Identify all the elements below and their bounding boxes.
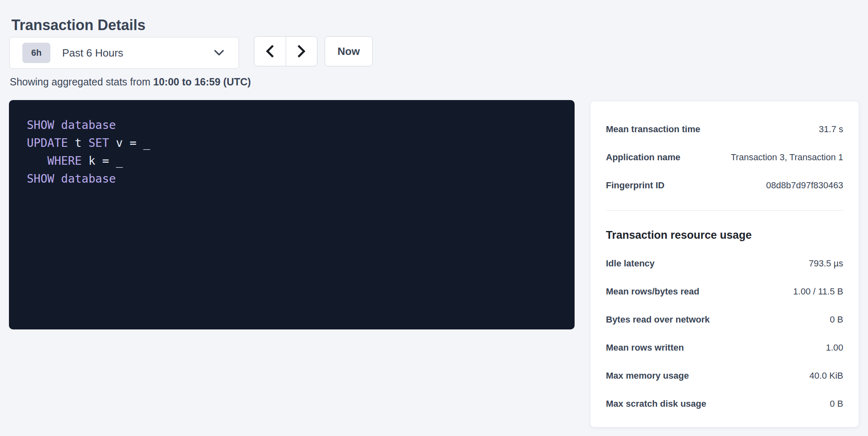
stat-value: Transaction 3, Transaction 1 <box>731 152 843 163</box>
sql-token: UPDATE <box>27 136 75 150</box>
stat-value: 793.5 µs <box>809 258 843 269</box>
stat-value: 0 B <box>830 399 843 409</box>
stat-row-mean-rows-written: Mean rows written 1.00 <box>606 334 843 362</box>
stat-value: 40.0 KiB <box>809 371 843 381</box>
stat-label: Application name <box>606 152 680 163</box>
sql-token: SET <box>89 136 116 150</box>
chevron-down-icon <box>214 50 224 56</box>
stat-value: 1.00 <box>826 342 843 353</box>
stat-label: Max memory usage <box>606 371 689 381</box>
sql-line: UPDATE t SET v = _ <box>27 134 557 152</box>
sql-token: SHOW <box>27 118 61 132</box>
sql-token: = _ <box>102 154 123 168</box>
sql-token: t <box>75 136 89 150</box>
sql-token: = _ <box>130 136 150 150</box>
stat-label: Bytes read over network <box>606 314 710 325</box>
now-button[interactable]: Now <box>325 36 373 66</box>
resource-usage-heading: Transaction resource usage <box>606 229 843 242</box>
stat-row-max-scratch-disk-usage: Max scratch disk usage 0 B <box>606 390 843 418</box>
stat-row-bytes-read-over-network: Bytes read over network 0 B <box>606 305 843 334</box>
chevron-right-icon <box>296 45 307 58</box>
stat-label: Fingerprint ID <box>606 180 664 191</box>
sql-token: v <box>116 136 130 150</box>
resource-rows: Idle latency 793.5 µs Mean rows/bytes re… <box>606 249 843 418</box>
transaction-details-page: Transaction Details 6h Past 6 Hours <box>0 0 868 436</box>
stat-row-application-name: Application name Transaction 3, Transact… <box>606 143 843 171</box>
time-range-label: Past 6 Hours <box>62 47 123 59</box>
previous-time-window-button[interactable] <box>254 37 286 66</box>
stat-label: Idle latency <box>606 258 655 269</box>
chevron-left-icon <box>265 45 275 58</box>
stat-value: 08d8b7d97f830463 <box>766 180 843 191</box>
sql-token: SHOW <box>27 172 61 185</box>
sql-token <box>27 154 48 168</box>
sql-token: WHERE <box>48 154 89 168</box>
page-title: Transaction Details <box>11 16 145 34</box>
sql-token: database <box>61 118 116 132</box>
stat-value: 1.00 / 11.5 B <box>793 286 843 297</box>
stat-label: Mean transaction time <box>606 124 700 135</box>
stat-label: Mean rows/bytes read <box>606 286 699 297</box>
stat-row-mean-rows-bytes-read: Mean rows/bytes read 1.00 / 11.5 B <box>606 277 843 305</box>
sql-token: k <box>89 154 102 168</box>
stat-row-mean-transaction-time: Mean transaction time 31.7 s <box>606 115 843 143</box>
stat-row-max-memory-usage: Max memory usage 40.0 KiB <box>606 362 843 390</box>
caption-time-range: 10:00 to 16:59 (UTC) <box>153 76 251 87</box>
time-window-nav-group <box>254 36 317 66</box>
sql-token: database <box>61 172 116 185</box>
sql-line: SHOW database <box>27 170 557 188</box>
stat-label: Mean rows written <box>606 342 684 353</box>
stat-row-idle-latency: Idle latency 793.5 µs <box>606 249 843 277</box>
next-time-window-button[interactable] <box>286 37 317 66</box>
time-range-badge: 6h <box>22 43 50 63</box>
sql-line: WHERE k = _ <box>27 152 557 170</box>
sql-line: SHOW database <box>27 116 557 134</box>
stat-value: 0 B <box>830 314 843 325</box>
aggregated-stats-caption: Showing aggregated stats from 10:00 to 1… <box>10 76 251 88</box>
transaction-details-card: Mean transaction time 31.7 s Application… <box>590 101 859 427</box>
card-divider <box>606 210 843 211</box>
time-range-dropdown[interactable]: 6h Past 6 Hours <box>9 37 239 69</box>
stat-label: Max scratch disk usage <box>606 399 706 409</box>
stat-row-fingerprint-id: Fingerprint ID 08d8b7d97f830463 <box>606 171 843 199</box>
sql-statement-box: SHOW database UPDATE t SET v = _ WHERE k… <box>9 100 575 329</box>
caption-prefix: Showing aggregated stats from <box>10 76 150 87</box>
stat-value: 31.7 s <box>819 124 843 135</box>
